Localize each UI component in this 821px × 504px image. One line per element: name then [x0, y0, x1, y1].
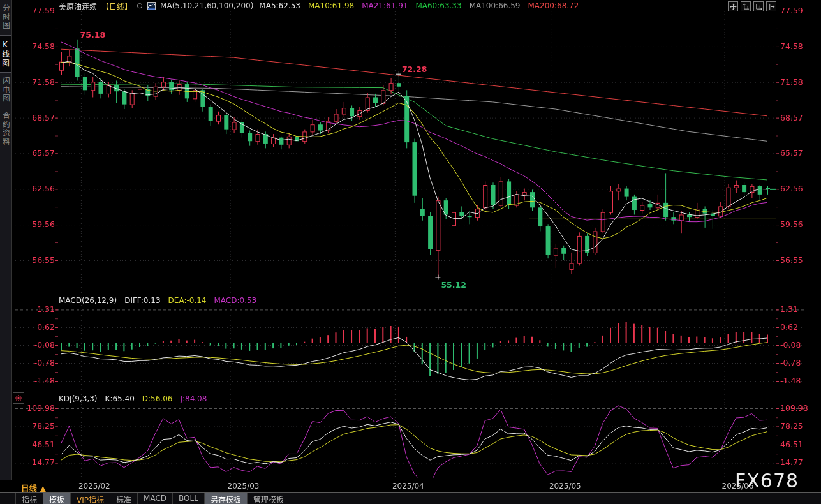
price-extreme-annotation: 72.28 — [402, 64, 427, 74]
y-axis-label: 62.56 — [780, 184, 821, 193]
bottom-tab-bar: 指标模板VIP指标标准MACDBOLL另存模板管理模板 — [0, 492, 821, 504]
sidebar-item-kline[interactable]: K线图 — [0, 35, 11, 73]
y-axis-label: 74.58 — [780, 41, 821, 51]
y-axis-label: -1.48 — [780, 376, 821, 385]
y-axis-label: 65.57 — [13, 148, 55, 158]
macd-value-item: DIFF:0.13 — [124, 296, 160, 305]
y-axis-label: -0.08 — [780, 340, 821, 350]
axis-y-scale-icon[interactable] — [741, 1, 751, 11]
macd-value-item: DEA:-0.14 — [168, 296, 207, 305]
price-extreme-annotation: 75.18 — [80, 30, 106, 40]
collapse-icon[interactable]: ⊖ — [137, 1, 143, 10]
y-axis-label: 56.55 — [13, 255, 55, 265]
y-axis-label: 71.58 — [13, 77, 55, 87]
y-axis-label: 109.98 — [13, 403, 55, 413]
move-icon[interactable] — [728, 1, 738, 11]
y-axis-label: 68.57 — [13, 113, 55, 122]
left-sidebar: 分时图K线图闪电图合约资料 — [0, 0, 12, 480]
y-axis-label: 65.57 — [780, 148, 821, 158]
ma-legend-item: MA21:61.91 — [362, 1, 408, 10]
bottom-tab[interactable]: BOLL — [173, 493, 205, 504]
x-axis-date-label: 2025/04 — [392, 482, 424, 491]
y-axis-label: 71.58 — [780, 77, 821, 87]
x-axis-date-label: 2025/05 — [549, 482, 581, 491]
y-axis-label: 59.56 — [780, 219, 821, 229]
kdj-value-item: K:65.40 — [105, 394, 135, 403]
y-axis-label: 1.31 — [13, 304, 55, 314]
axis-shift-icon[interactable] — [766, 1, 776, 11]
y-axis-label: -0.78 — [780, 358, 821, 367]
ma-legend-item: MA5:62.53 — [259, 1, 300, 10]
instrument-title: 美原油连续 — [59, 1, 97, 11]
macd-values: DIFF:0.13DEA:-0.14MACD:0.53 — [124, 296, 256, 305]
chart-header: 美原油连续【日线】⊖ MA(5,10,21,60,100,200) MA5:62… — [59, 1, 579, 11]
ma-params-label: MA(5,10,21,60,100,200) — [160, 1, 253, 10]
y-axis-label: -1.48 — [13, 376, 55, 385]
sidebar-item-view[interactable]: 闪电图 — [0, 73, 11, 108]
kdj-values: K:65.40D:56.06J:84.08 — [105, 394, 207, 403]
price-extreme-annotation: 55.12 — [441, 280, 466, 290]
y-axis-label: 46.51 — [13, 440, 55, 449]
bottom-tab[interactable]: 模板 — [43, 493, 71, 504]
watermark: FX678 — [735, 470, 799, 492]
y-axis-label: 1.31 — [780, 304, 821, 314]
y-axis-label: 109.98 — [780, 403, 821, 413]
chart-toolbar — [728, 1, 776, 11]
sidebar-item-view[interactable]: 分时图 — [0, 0, 11, 35]
y-axis-label: 77.59 — [13, 6, 55, 15]
sidebar-item-view[interactable]: 合约资料 — [0, 107, 11, 151]
y-axis-label: 0.62 — [13, 322, 55, 332]
x-axis-date-label: 2025/03 — [228, 482, 260, 491]
y-axis-label: -0.08 — [13, 340, 55, 350]
y-axis-label: 78.25 — [780, 421, 821, 431]
ma-legend: MA5:62.53MA10:61.98MA21:61.91MA60:63.33M… — [258, 1, 579, 10]
x-axis-date-label: 2025/02 — [78, 482, 110, 491]
ma-legend-item: MA60:63.33 — [415, 1, 461, 10]
y-axis-label: 78.25 — [13, 421, 55, 431]
y-axis-label: 14.77 — [13, 457, 55, 467]
y-axis-label: 74.58 — [13, 41, 55, 51]
ma-legend-item: MA10:61.98 — [308, 1, 354, 10]
macd-params-label: MACD(26,12,9) — [59, 296, 117, 305]
bottom-tab[interactable]: 指标 — [15, 493, 43, 504]
ma-legend-item: MA200:68.72 — [528, 1, 579, 10]
period-tag[interactable]: 【日线】 — [101, 1, 132, 11]
bottom-tab[interactable]: VIP指标 — [71, 493, 110, 504]
bottom-tab[interactable]: 标准 — [110, 493, 138, 504]
y-axis-label: 0.62 — [780, 322, 821, 332]
x-axis-row: 日线 ▲ 2025/022025/032025/042025/052025/06 — [0, 480, 821, 492]
y-axis-label: 56.55 — [780, 255, 821, 265]
chart-canvas[interactable] — [0, 0, 821, 504]
macd-value-item: MACD:0.53 — [214, 296, 256, 305]
y-axis-label: 77.59 — [780, 6, 821, 15]
y-axis-label: 46.51 — [780, 440, 821, 449]
kdj-label-row: KDJ(9,3,3) K:65.40D:56.06J:84.08 — [59, 394, 207, 403]
y-axis-label: 68.57 — [780, 113, 821, 122]
ma-legend-item: MA100:66.59 — [470, 1, 521, 10]
y-axis-label: 14.77 — [780, 457, 821, 467]
kdj-value-item: D:56.06 — [142, 394, 173, 403]
macd-label-row: MACD(26,12,9) DIFF:0.13DEA:-0.14MACD:0.5… — [59, 296, 256, 305]
kdj-value-item: J:84.08 — [180, 394, 207, 403]
y-axis-label: -0.78 — [13, 358, 55, 367]
bottom-tab[interactable]: 管理模板 — [248, 493, 290, 504]
axis-x-scale-icon[interactable] — [753, 1, 764, 11]
bottom-tab[interactable]: MACD — [138, 493, 173, 504]
bottom-tab[interactable]: 另存模板 — [205, 493, 248, 504]
y-axis-label: 62.56 — [13, 184, 55, 193]
alert-icon[interactable] — [13, 392, 24, 404]
y-axis-label: 59.56 — [13, 219, 55, 229]
mini-chart-icon — [147, 2, 156, 10]
kdj-params-label: KDJ(9,3,3) — [59, 394, 98, 403]
